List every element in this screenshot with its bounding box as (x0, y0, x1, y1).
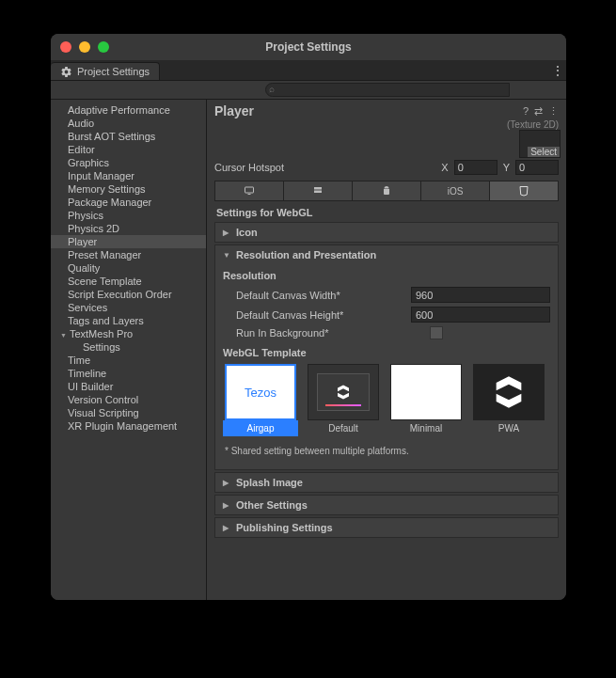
tab-bar: Project Settings ⋮ (51, 60, 566, 81)
sidebar-item-burst-aot-settings[interactable]: Burst AOT Settings (51, 130, 206, 143)
traffic-lights (60, 41, 109, 53)
field-run-in-background: Run In Background* (223, 324, 550, 341)
template-default-thumb (308, 364, 379, 420)
sidebar-item-adaptive-performance[interactable]: Adaptive Performance (51, 103, 206, 117)
sidebar-item-editor[interactable]: Editor (51, 143, 206, 156)
svg-rect-0 (245, 187, 254, 193)
titlebar: Project Settings (51, 34, 566, 60)
search-input[interactable] (265, 83, 510, 97)
fold-publishing-header[interactable]: ▶Publishing Settings (215, 518, 558, 537)
fold-icon: ▶Icon (214, 222, 559, 243)
texture-select-button[interactable]: Select (528, 147, 560, 157)
minimize-window-button[interactable] (79, 41, 90, 53)
field-default-canvas-height: Default Canvas Height* (223, 305, 550, 324)
template-default[interactable]: Default (306, 364, 381, 436)
sidebar-item-timeline[interactable]: Timeline (51, 367, 206, 380)
sidebar-item-graphics[interactable]: Graphics (51, 156, 206, 169)
server-icon (311, 185, 324, 197)
sidebar-item-textmesh-pro[interactable]: TextMesh Pro (51, 327, 206, 340)
run-in-background-checkbox[interactable] (430, 326, 443, 339)
tab-menu-button[interactable]: ⋮ (549, 60, 566, 80)
chevron-right-icon: ▶ (223, 501, 230, 510)
main-panel: Player ? ⇄ ⋮ (Texture 2D) Select Cursor … (207, 100, 566, 600)
cursor-hotspot-label: Cursor Hotspot (214, 162, 435, 173)
height-label: Default Canvas Height* (223, 309, 411, 321)
field-default-canvas-width: Default Canvas Width* (223, 285, 550, 305)
fold-resolution-body: Resolution Default Canvas Width* Default… (215, 264, 558, 469)
close-window-button[interactable] (60, 41, 71, 53)
bg-label: Run In Background* (223, 327, 430, 339)
fold-resolution-header[interactable]: ▼Resolution and Presentation (215, 245, 558, 264)
fold-other-header[interactable]: ▶Other Settings (215, 496, 558, 514)
platform-tab-server[interactable] (284, 181, 353, 200)
default-canvas-height-input[interactable] (411, 307, 550, 323)
sidebar-item-textmesh-pro-settings[interactable]: Settings (51, 340, 206, 354)
template-airgap-label: Airgap (223, 420, 298, 436)
resolution-heading: Resolution (223, 268, 550, 285)
sidebar-item-player[interactable]: Player (51, 235, 206, 248)
sidebar-item-ui-builder[interactable]: UI Builder (51, 380, 206, 393)
panel-title: Player (214, 103, 517, 118)
sidebar-item-audio[interactable]: Audio (51, 117, 206, 130)
sidebar-item-preset-manager[interactable]: Preset Manager (51, 248, 206, 261)
help-icon[interactable]: ? (523, 105, 529, 117)
shared-setting-note: * Shared setting between multiple platfo… (223, 436, 550, 462)
default-canvas-width-input[interactable] (411, 287, 550, 303)
html5-icon (518, 184, 529, 197)
chevron-down-icon: ▼ (223, 251, 230, 260)
project-settings-window: Project Settings Project Settings ⋮ ⌕ Ad… (51, 34, 566, 600)
sidebar-item-visual-scripting[interactable]: Visual Scripting (51, 406, 206, 419)
cursor-y-input[interactable] (515, 160, 559, 175)
section-label: Settings for WebGL (214, 201, 559, 222)
sidebar-item-scene-template[interactable]: Scene Template (51, 275, 206, 288)
sidebar-item-version-control[interactable]: Version Control (51, 393, 206, 406)
fold-publishing-settings: ▶Publishing Settings (214, 517, 559, 538)
cursor-y-label: Y (503, 162, 510, 173)
sidebar-item-package-manager[interactable]: Package Manager (51, 196, 206, 209)
sidebar-item-physics-2d[interactable]: Physics 2D (51, 222, 206, 235)
sidebar-item-xr-plugin-management[interactable]: XR Plugin Management (51, 419, 206, 433)
zoom-window-button[interactable] (98, 41, 109, 53)
sidebar-item-physics[interactable]: Physics (51, 209, 206, 222)
template-pwa-label: PWA (471, 420, 546, 436)
svg-rect-3 (314, 191, 322, 194)
sidebar-item-memory-settings[interactable]: Memory Settings (51, 182, 206, 196)
platform-tab-android[interactable] (353, 181, 421, 200)
menu-icon[interactable]: ⋮ (548, 105, 559, 118)
unity-icon (335, 384, 352, 401)
fold-splash-header[interactable]: ▶Splash Image (215, 473, 558, 492)
platform-tab-standalone[interactable] (215, 181, 284, 200)
window-title: Project Settings (51, 40, 566, 54)
fold-icon-header[interactable]: ▶Icon (215, 223, 558, 242)
tab-project-settings[interactable]: Project Settings (51, 62, 160, 80)
gear-icon (60, 66, 72, 78)
unity-icon (490, 373, 528, 411)
svg-rect-1 (248, 194, 251, 195)
sidebar-item-script-execution-order[interactable]: Script Execution Order (51, 288, 206, 301)
svg-rect-2 (314, 187, 322, 190)
sidebar-item-services[interactable]: Services (51, 301, 206, 314)
template-minimal[interactable]: Minimal (388, 364, 464, 436)
template-airgap[interactable]: Tezos Airgap (223, 364, 298, 436)
sidebar-item-input-manager[interactable]: Input Manager (51, 169, 206, 182)
webgl-template-heading: WebGL Template (223, 341, 550, 364)
webgl-templates: Tezos Airgap Default M (223, 364, 550, 436)
chevron-right-icon: ▶ (223, 229, 230, 237)
platform-tab-webgl[interactable] (490, 181, 558, 200)
template-default-label: Default (306, 420, 381, 436)
sidebar-item-tags-and-layers[interactable]: Tags and Layers (51, 314, 206, 327)
cursor-x-input[interactable] (454, 160, 498, 175)
template-pwa[interactable]: PWA (471, 364, 546, 436)
texture-slot[interactable]: Select (519, 130, 561, 158)
platform-tab-ios[interactable]: iOS (421, 181, 490, 200)
cursor-x-label: X (441, 162, 448, 173)
fold-splash-image: ▶Splash Image (214, 472, 559, 493)
settings-icon[interactable]: ⇄ (534, 105, 543, 118)
template-minimal-label: Minimal (388, 420, 464, 436)
sidebar-item-time[interactable]: Time (51, 354, 206, 367)
android-icon (381, 184, 392, 197)
fold-other-settings: ▶Other Settings (214, 495, 559, 515)
sidebar-item-quality[interactable]: Quality (51, 261, 206, 275)
platform-tabs: iOS (214, 181, 559, 201)
search-box: ⌕ (265, 83, 510, 97)
